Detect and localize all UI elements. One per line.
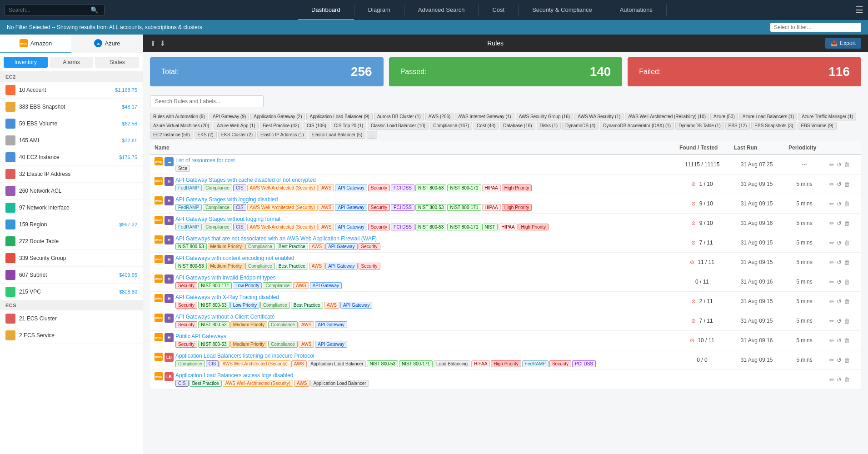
- rule-tag[interactable]: API Gateway: [335, 204, 367, 211]
- rule-name-link[interactable]: List of resources for cost: [175, 157, 235, 164]
- rule-name-link[interactable]: Application Load Balancers access logs d…: [175, 372, 369, 379]
- tab-advanced-search[interactable]: Advanced Search: [404, 0, 479, 20]
- edit-icon[interactable]: ✏: [829, 357, 834, 364]
- filter-tag[interactable]: EKS (2): [195, 131, 217, 139]
- rule-tag[interactable]: AWS Well-Architected (Security): [247, 224, 318, 230]
- edit-icon[interactable]: ✏: [829, 200, 834, 207]
- edit-icon[interactable]: ✏: [829, 259, 834, 266]
- edit-icon[interactable]: ✏: [829, 161, 834, 168]
- filter-tag[interactable]: Aurora DB Cluster (1): [374, 113, 424, 120]
- rule-tag[interactable]: Compliance: [245, 243, 275, 250]
- refresh-icon[interactable]: ↺: [837, 279, 842, 285]
- rule-tag[interactable]: API Gateway: [325, 243, 357, 250]
- delete-icon[interactable]: 🗑: [844, 200, 850, 207]
- filter-tag[interactable]: EBS Snapshots (3): [751, 122, 796, 130]
- rule-tag[interactable]: Security: [549, 360, 571, 367]
- rule-name-link[interactable]: API Gateways with X-Ray Tracing disabled: [175, 294, 372, 300]
- delete-icon[interactable]: 🗑: [844, 318, 850, 324]
- rule-tag[interactable]: AWS: [291, 360, 307, 367]
- rule-name-link[interactable]: Public API Gateways: [175, 333, 347, 339]
- rule-tag[interactable]: NIST 800-53: [175, 243, 207, 250]
- filter-tag[interactable]: Disks (1): [537, 122, 561, 130]
- rule-tag[interactable]: Security: [175, 282, 197, 289]
- rule-tag[interactable]: AWS: [294, 380, 309, 387]
- rule-tag[interactable]: Best Practice: [276, 243, 308, 250]
- filter-tag[interactable]: Cost (48): [474, 122, 499, 130]
- filter-tag[interactable]: Database (18): [500, 122, 535, 130]
- sidebar-item[interactable]: 272 Route Table: [0, 233, 143, 250]
- refresh-icon[interactable]: ↺: [837, 220, 842, 227]
- rule-tag[interactable]: Compliance: [203, 224, 232, 230]
- tab-diagram[interactable]: Diagram: [354, 0, 404, 20]
- rule-tag[interactable]: Medium Priority: [208, 243, 244, 250]
- edit-icon[interactable]: ✏: [829, 181, 834, 188]
- delete-icon[interactable]: 🗑: [844, 298, 850, 305]
- rule-name-link[interactable]: API Gateways with content encoding not e…: [175, 255, 380, 261]
- sidebar-item[interactable]: 165 AMI $32.61: [0, 132, 143, 149]
- rule-name-link[interactable]: Application Load Balancers listening on …: [175, 353, 596, 359]
- rule-tag[interactable]: Compliance: [175, 360, 205, 367]
- rule-tag[interactable]: Security: [175, 341, 197, 348]
- rule-tag[interactable]: Compliance: [245, 263, 275, 269]
- rule-tag[interactable]: API Gateway: [315, 321, 347, 328]
- rule-tag[interactable]: HIPAA: [482, 185, 501, 191]
- refresh-icon[interactable]: ↺: [837, 161, 842, 168]
- sidebar-item[interactable]: 40 EC2 Instance $176.75: [0, 149, 143, 166]
- rule-tag[interactable]: NIST 800-171: [198, 282, 232, 289]
- view-tab-states[interactable]: States: [95, 57, 139, 68]
- filter-tag[interactable]: Azure Virtual Machines (20): [150, 122, 212, 130]
- sidebar-item[interactable]: 383 EBS Snapshot $48.17: [0, 99, 143, 115]
- filter-tag[interactable]: AWS (206): [425, 113, 454, 120]
- delete-icon[interactable]: 🗑: [844, 181, 850, 188]
- rule-tag[interactable]: HIPAA: [499, 224, 517, 230]
- rule-tag[interactable]: Security: [368, 204, 390, 211]
- rule-tag[interactable]: NIST 800-53: [198, 321, 229, 328]
- filter-tag[interactable]: Application Gateway (2): [250, 113, 305, 120]
- rule-tag[interactable]: NIST 800-171: [447, 224, 481, 230]
- rule-tag[interactable]: Load Balancing: [434, 360, 470, 367]
- rule-tag[interactable]: NIST 800-171: [399, 360, 433, 367]
- extra-tag[interactable]: Stce: [175, 165, 190, 172]
- rule-tag[interactable]: PCI DSS: [572, 360, 596, 367]
- rule-tag[interactable]: NIST 800-171: [447, 185, 481, 191]
- rule-tag[interactable]: Compliance: [203, 185, 232, 191]
- delete-icon[interactable]: 🗑: [844, 259, 850, 266]
- sidebar-item[interactable]: 159 Region $997.32: [0, 216, 143, 233]
- rule-tag[interactable]: FedRAMP: [522, 360, 549, 367]
- rule-tag[interactable]: NIST 800-53: [198, 341, 229, 348]
- rule-tag[interactable]: PCI DSS: [391, 185, 414, 191]
- refresh-icon[interactable]: ↺: [837, 357, 842, 364]
- filter-tag[interactable]: API Gateway (9): [210, 113, 249, 120]
- filter-tag[interactable]: Elastic Load Balancer (5): [309, 131, 366, 139]
- sidebar-item[interactable]: 2 ECS Service: [0, 327, 143, 344]
- filter-tag[interactable]: AWS Security Group (16): [516, 113, 573, 120]
- filter-tag[interactable]: Azure Load Balancers (1): [739, 113, 797, 120]
- rule-tag[interactable]: PCI DSS: [391, 204, 414, 211]
- delete-icon[interactable]: 🗑: [844, 337, 850, 344]
- filter-tag[interactable]: EKS Cluster (2): [218, 131, 256, 139]
- delete-icon[interactable]: 🗑: [844, 357, 850, 364]
- refresh-icon[interactable]: ↺: [837, 239, 842, 246]
- rule-tag[interactable]: Security: [368, 185, 390, 191]
- rule-tag[interactable]: Medium Priority: [230, 341, 267, 348]
- filter-tag[interactable]: DynamoDB Table (1): [675, 122, 724, 130]
- tab-security[interactable]: Security & Compliance: [519, 0, 606, 20]
- rule-tag[interactable]: High Priority: [491, 360, 521, 367]
- filter-tag[interactable]: Rules with Automation (9): [150, 113, 208, 120]
- sidebar-item[interactable]: 260 Network ACL: [0, 183, 143, 200]
- refresh-icon[interactable]: ↺: [837, 337, 842, 344]
- search-box[interactable]: 🔍: [5, 4, 105, 16]
- rule-tag[interactable]: AWS Well-Architected (Security): [223, 380, 293, 387]
- refresh-icon[interactable]: ↺: [837, 259, 842, 266]
- rule-tag[interactable]: NIST 800-53: [415, 224, 447, 230]
- edit-icon[interactable]: ✏: [829, 220, 834, 227]
- rule-tag[interactable]: API Gateway: [315, 341, 347, 348]
- rule-tag[interactable]: CIS: [233, 204, 246, 211]
- sidebar-item[interactable]: 59 EBS Volume $62.56: [0, 115, 143, 132]
- edit-icon[interactable]: ✏: [829, 279, 834, 285]
- rule-tag[interactable]: NIST 800-53: [175, 263, 207, 269]
- edit-icon[interactable]: ✏: [829, 298, 834, 305]
- rule-tag[interactable]: Security: [359, 243, 380, 250]
- download-icon[interactable]: ⬇: [160, 39, 165, 48]
- rule-tag[interactable]: CIS: [175, 380, 189, 387]
